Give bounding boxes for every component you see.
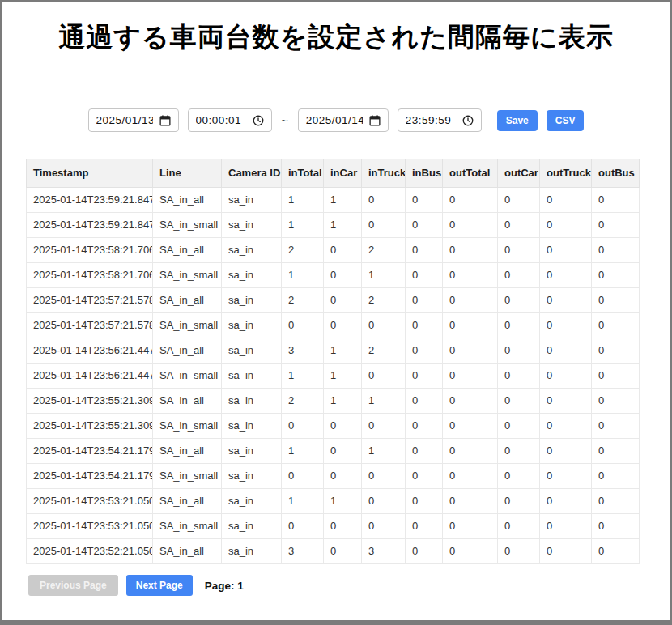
table-row: 2025-01-14T23:55:21.309SA_in_smallsa_in0… [27, 414, 640, 439]
table-cell: 0 [592, 414, 640, 439]
table-cell: 0 [540, 364, 592, 389]
table-cell: 0 [540, 313, 592, 338]
calendar-icon[interactable] [159, 115, 171, 126]
start-time-input[interactable] [188, 108, 272, 132]
table-cell: sa_in [222, 288, 282, 313]
end-time-value[interactable] [406, 114, 456, 126]
start-date-input[interactable] [88, 108, 179, 132]
table-cell: 0 [540, 338, 592, 364]
table-cell: sa_in [222, 514, 282, 539]
table-cell: 0 [498, 514, 540, 539]
csv-button[interactable]: CSV [547, 110, 585, 131]
table-cell: SA_in_small [153, 514, 222, 539]
column-header: outTruck [540, 159, 592, 188]
table-cell: 0 [324, 288, 362, 313]
table-cell: sa_in [222, 464, 282, 489]
table-cell: 0 [540, 414, 592, 439]
table-cell: 1 [282, 364, 324, 389]
clock-icon[interactable] [462, 115, 474, 126]
table-cell: 1 [282, 439, 324, 464]
table-cell: sa_in [222, 389, 282, 414]
table-cell: 0 [324, 313, 362, 338]
table-row: 2025-01-14T23:58:21.706SA_in_smallsa_in1… [27, 263, 640, 288]
table-cell: 0 [406, 489, 443, 514]
table-cell: 0 [362, 489, 406, 514]
table-cell: 0 [324, 238, 362, 263]
table-cell: 0 [540, 539, 592, 564]
table-cell: 0 [540, 489, 592, 514]
start-date-value[interactable] [96, 114, 153, 126]
table-cell: 2025-01-14T23:59:21.847 [27, 188, 153, 213]
start-time-value[interactable] [196, 114, 246, 126]
table-cell: 0 [498, 464, 540, 489]
table-cell: 2025-01-14T23:54:21.179 [27, 439, 153, 464]
column-header: inTruck [362, 159, 406, 188]
table-cell: SA_in_small [153, 213, 222, 238]
app-window: 通過する車両台数を設定された間隔毎に表示 ~ [0, 0, 672, 625]
table-cell: 2025-01-14T23:57:21.578 [27, 313, 153, 338]
table-cell: 2025-01-14T23:58:21.706 [27, 263, 153, 288]
table-cell: 0 [498, 188, 540, 213]
table-cell: 0 [443, 338, 498, 364]
table-cell: sa_in [222, 213, 282, 238]
table-cell: sa_in [222, 263, 282, 288]
table-cell: 0 [362, 313, 406, 338]
column-header: Timestamp [27, 159, 153, 188]
table-cell: 0 [498, 313, 540, 338]
table-cell: 0 [324, 414, 362, 439]
table-cell: 0 [592, 313, 640, 338]
table-cell: 0 [592, 364, 640, 389]
table-cell: 1 [282, 489, 324, 514]
table-cell: 0 [443, 489, 498, 514]
save-button[interactable]: Save [497, 110, 538, 131]
table-row: 2025-01-14T23:56:21.447SA_in_allsa_in312… [27, 338, 640, 364]
table-cell: 0 [406, 464, 443, 489]
table-cell: 0 [540, 389, 592, 414]
table-cell: 0 [406, 514, 443, 539]
table-cell: 0 [406, 263, 443, 288]
previous-page-button[interactable]: Previous Page [28, 575, 118, 596]
table-cell: 1 [324, 213, 362, 238]
table-cell: 0 [592, 288, 640, 313]
table-cell: 0 [592, 338, 640, 364]
table-cell: 2 [282, 288, 324, 313]
table-cell: 0 [406, 188, 443, 213]
table-cell: 2025-01-14T23:54:21.179 [27, 464, 153, 489]
table-cell: 0 [498, 439, 540, 464]
calendar-icon[interactable] [369, 115, 381, 126]
table-cell: 0 [540, 439, 592, 464]
table-cell: 0 [443, 188, 498, 213]
clock-icon[interactable] [253, 115, 264, 126]
table-cell: 0 [443, 238, 498, 263]
table-cell: 0 [362, 514, 406, 539]
table-cell: 1 [282, 213, 324, 238]
table-cell: 2 [362, 238, 406, 263]
table-cell: 1 [324, 389, 362, 414]
table-cell: 0 [592, 213, 640, 238]
table-cell: 0 [406, 213, 443, 238]
table-cell: 0 [540, 188, 592, 213]
table-cell: 0 [540, 288, 592, 313]
table-cell: 0 [406, 539, 443, 564]
table-cell: 3 [282, 539, 324, 564]
table-cell: 0 [592, 489, 640, 514]
table-cell: 0 [282, 414, 324, 439]
column-header: inBus [406, 159, 443, 188]
table-cell: 0 [498, 213, 540, 238]
column-header: outBus [592, 159, 640, 188]
table-cell: 2025-01-14T23:57:21.578 [27, 288, 153, 313]
end-date-input[interactable] [298, 108, 389, 132]
table-cell: 1 [324, 489, 362, 514]
table-cell: 0 [498, 238, 540, 263]
table-cell: 1 [324, 188, 362, 213]
table-cell: 0 [406, 313, 443, 338]
end-date-value[interactable] [306, 114, 363, 126]
table-cell: 0 [443, 439, 498, 464]
next-page-button[interactable]: Next Page [126, 575, 193, 596]
table-cell: 0 [406, 338, 443, 364]
end-time-input[interactable] [398, 108, 482, 132]
table-cell: 1 [282, 188, 324, 213]
table-cell: 0 [592, 389, 640, 414]
table-cell: 0 [498, 389, 540, 414]
date-range-controls: ~ Save CSV [2, 108, 670, 132]
